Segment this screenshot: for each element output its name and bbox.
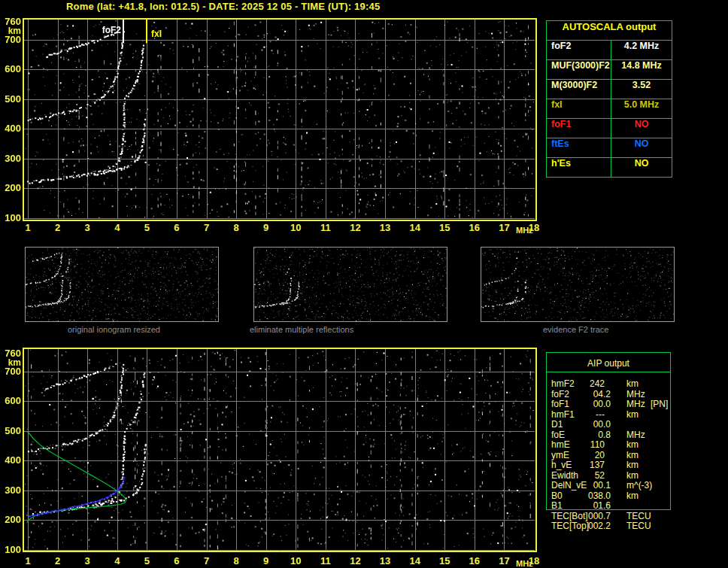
aip-row-hve: h_vE137km xyxy=(546,460,671,469)
x-tick-label: 15 xyxy=(436,555,453,566)
y-tick-label: 200 xyxy=(2,514,21,525)
x-tick-label: 16 xyxy=(466,222,483,233)
autoscala-row-fof1: foF1NO xyxy=(547,119,672,138)
x-tick-label: 16 xyxy=(466,555,483,566)
y-tick-label: 300 xyxy=(2,484,21,496)
thumbnail-caption: evidence F2 trace xyxy=(543,325,608,334)
aip-unit: MHz xyxy=(626,430,645,440)
x-tick-label: 14 xyxy=(407,222,423,233)
x-axis-unit: MHz xyxy=(516,226,533,235)
x-tick-label: 3 xyxy=(79,222,96,233)
autoscala-row-label: ftEs xyxy=(547,138,611,157)
autoscala-row-value: NO xyxy=(611,119,672,138)
top-ionogram-canvas xyxy=(23,18,537,221)
aip-label: TEC[Bot] xyxy=(551,511,588,521)
thumbnail-caption: eliminate multiple reflections xyxy=(250,325,353,334)
x-tick-label: 8 xyxy=(228,555,244,566)
thumbnail-original-ionogram xyxy=(25,247,219,322)
y-tick-label: 300 xyxy=(2,153,21,164)
aip-value: 242 xyxy=(590,378,605,389)
y-tick-label: 500 xyxy=(2,425,21,436)
thumbnail-caption: original ionogram resized xyxy=(68,325,160,334)
aip-unit: km xyxy=(626,491,639,501)
x-tick-label: 4 xyxy=(109,222,126,233)
aip-unit: km xyxy=(626,439,639,450)
aip-unit: m^(-3) xyxy=(626,480,652,491)
aip-row-hmf1: hmF1---km xyxy=(546,409,671,419)
aip-row-hmf2: hmF2242km xyxy=(546,378,671,388)
foF2-marker-label: foF2 xyxy=(94,25,121,35)
aip-label: foE xyxy=(551,430,565,440)
fxI-marker-label: fxI xyxy=(151,29,162,39)
autoscala-row-hes: h'EsNO xyxy=(547,158,672,177)
aip-panel-header: AIP output xyxy=(546,358,671,369)
aip-value: 0.8 xyxy=(598,430,611,440)
aip-row-d1: D100.0 xyxy=(546,419,671,429)
x-tick-label: 1 xyxy=(20,555,36,566)
autoscala-row-label: M(3000)F2 xyxy=(547,80,611,99)
aip-label: B1 xyxy=(551,500,563,511)
x-tick-label: 6 xyxy=(168,222,185,233)
aip-label: TEC[Top] xyxy=(551,521,589,531)
aip-value: 00.1 xyxy=(593,480,611,491)
x-tick-label: 15 xyxy=(436,222,453,233)
x-tick-label: 13 xyxy=(377,555,393,566)
aip-value: 038.0 xyxy=(588,491,611,501)
aip-row-tectop: TEC[Top]002.2TECU xyxy=(546,521,671,530)
thumbnail-canvas xyxy=(481,248,674,321)
aip-header-separator xyxy=(546,372,671,372)
aip-label: h_vE xyxy=(551,460,572,470)
aip-label: hmF2 xyxy=(551,378,575,389)
aip-row-delnve: DelN_vE00.1m^(-3) xyxy=(546,480,671,490)
aip-label: hmE xyxy=(551,439,570,450)
x-tick-label: 5 xyxy=(138,555,155,566)
autoscala-row-fxi: fxI5.0 MHz xyxy=(547,99,672,119)
aip-row-b0: B0038.0km xyxy=(546,491,671,500)
x-tick-label: 3 xyxy=(79,555,96,566)
thumbnail-canvas xyxy=(254,248,447,321)
x-axis-unit: MHz xyxy=(516,559,533,568)
aip-label: hmF1 xyxy=(551,409,575,420)
aip-row-fof1: foF100.0MHz[PN] xyxy=(546,399,671,409)
x-tick-label: 10 xyxy=(287,555,304,566)
aip-label: B0 xyxy=(551,491,563,501)
x-tick-label: 13 xyxy=(377,222,393,233)
autoscala-output-table: AUTOSCALA output foF24.2 MHzMUF(3000)F21… xyxy=(546,20,672,178)
aip-value: 01.6 xyxy=(593,500,611,511)
y-tick-label: 500 xyxy=(2,93,21,105)
x-tick-label: 7 xyxy=(199,555,215,566)
y-axis-unit: km xyxy=(2,26,21,36)
aip-unit: MHz xyxy=(626,389,645,399)
autoscala-row-label: foF1 xyxy=(547,119,611,138)
aip-label: DelN_vE xyxy=(551,480,587,491)
bottom-ionogram-canvas xyxy=(23,348,537,552)
aip-unit: MHz xyxy=(626,399,645,409)
y-tick-label: 400 xyxy=(2,123,21,134)
aip-value: 137 xyxy=(590,460,605,470)
x-tick-label: 10 xyxy=(287,222,304,233)
aip-value: 20 xyxy=(595,450,605,460)
x-tick-label: 1 xyxy=(20,222,36,233)
aip-value: 04.2 xyxy=(593,389,611,399)
autoscala-row-value: 4.2 MHz xyxy=(611,41,672,59)
y-tick-label: 200 xyxy=(2,182,21,193)
thumbnail-eliminate-multiples xyxy=(253,247,447,322)
aip-unit: km xyxy=(626,450,639,460)
aip-row-fof2: foF204.2MHz xyxy=(546,389,671,399)
aip-value: --- xyxy=(596,409,605,420)
y-tick-label: 400 xyxy=(2,454,21,466)
autoscala-row-label: h'Es xyxy=(547,158,611,177)
autoscala-row-value: 3.52 xyxy=(611,80,672,99)
aip-value: 00.0 xyxy=(593,399,611,409)
aip-unit: km xyxy=(626,378,639,389)
x-tick-label: 12 xyxy=(347,222,363,233)
aip-row-foe: foE0.8MHz xyxy=(546,430,671,439)
aip-row-tecbot: TEC[Bot]000.7TECU xyxy=(546,511,671,521)
aip-unit: km xyxy=(626,470,639,481)
autoscala-row-m3000f2: M(3000)F23.52 xyxy=(547,80,672,99)
aip-unit: km xyxy=(626,409,639,420)
autoscala-screen: Rome (lat: +41.8, lon: 012.5) - DATE: 20… xyxy=(0,0,728,568)
autoscala-row-value: 14.8 MHz xyxy=(611,60,672,79)
x-tick-label: 11 xyxy=(317,222,334,233)
autoscala-row-label: MUF(3000)F2 xyxy=(547,60,611,79)
